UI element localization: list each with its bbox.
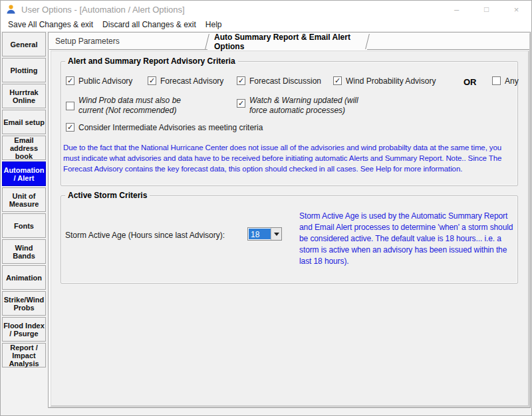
sidebar-item-automation-alert[interactable]: Automation / Alert — [2, 161, 46, 186]
sidebar-item-fonts[interactable]: Fonts — [2, 213, 46, 238]
checkbox-box: ✓ — [237, 99, 245, 108]
checkbox-wind-probability-advisory[interactable]: ✓ Wind Probability Advisory — [333, 76, 436, 86]
advisory-criteria-group: Alert and Summary Report Advisory Criter… — [61, 61, 518, 186]
checkbox-any[interactable]: Any — [492, 76, 519, 86]
checkbox-wind-prob-current[interactable]: Wind Prob data must also be current (Not… — [66, 96, 196, 116]
checkbox-box — [492, 76, 501, 85]
maximize-icon[interactable]: □ — [471, 1, 501, 18]
checkbox-label: Wind Probability Advisory — [346, 76, 436, 86]
checkbox-label: Forecast Discussion — [249, 76, 321, 86]
checkbox-watch-warning-updated[interactable]: ✓ Watch & Warning updated (will force au… — [237, 96, 380, 116]
checkbox-forecast-discussion[interactable]: ✓ Forecast Discussion — [237, 76, 321, 86]
window-title: User Options - [Automation / Alert Optio… — [21, 5, 185, 15]
sidebar-item-flood-index-psurge[interactable]: Flood Index / Psurge — [2, 317, 46, 342]
dropdown-value: 18 — [249, 229, 271, 239]
close-icon[interactable]: × — [501, 1, 531, 18]
checkbox-consider-intermediate[interactable]: ✓ Consider Intermediate Advisories as me… — [66, 123, 263, 132]
sidebar-item-email-setup[interactable]: Email setup — [2, 110, 46, 134]
checkbox-public-advisory[interactable]: ✓ Public Advisory — [66, 76, 132, 86]
sidebar-item-report-impact-analysis[interactable]: Report / Impact Analysis — [2, 343, 46, 367]
advisory-info-text: Due to the fact that the National Hurric… — [63, 142, 517, 174]
sidebar-item-animation[interactable]: Animation — [2, 265, 46, 290]
storm-active-age-dropdown[interactable]: 18 — [247, 227, 282, 241]
checkbox-forecast-advisory[interactable]: ✓ Forecast Advisory — [148, 76, 223, 86]
checkbox-label: Wind Prob data must also be current (Not… — [78, 96, 193, 116]
user-icon — [6, 4, 17, 15]
group-title: Alert and Summary Report Advisory Criter… — [65, 56, 238, 66]
chevron-down-icon — [274, 233, 279, 236]
tab-auto-summary-report[interactable]: Auto Summary Report & Email Alert Option… — [207, 33, 367, 50]
menu-discard-all-changes[interactable]: Discard all Changes & exit — [98, 20, 201, 29]
sidebar-item-hurrtrak-online[interactable]: Hurrtrak Online — [2, 84, 46, 108]
checkbox-box: ✓ — [66, 76, 74, 85]
checkbox-label: Forecast Advisory — [160, 76, 223, 86]
sidebar-item-unit-of-measure[interactable]: Unit of Measure — [2, 187, 46, 212]
window-controls: – □ × — [442, 1, 531, 18]
tabstrip: Setup Parameters Auto Summary Report & E… — [49, 33, 529, 50]
sidebar-item-strike-wind-probs[interactable]: Strike/Wind Probs — [2, 291, 46, 316]
menu-help[interactable]: Help — [201, 20, 227, 29]
tab-setup-parameters[interactable]: Setup Parameters — [49, 33, 207, 49]
checkbox-label: Public Advisory — [78, 76, 132, 86]
minimize-icon[interactable]: – — [442, 1, 471, 18]
main-panel: Setup Parameters Auto Summary Report & E… — [48, 32, 531, 408]
storm-age-info-text: Storm Active Age is used by the Automati… — [299, 211, 520, 267]
checkbox-label: Consider Intermediate Advisories as meet… — [78, 123, 263, 132]
dropdown-button[interactable] — [271, 228, 281, 240]
sidebar: General Plotting Hurrtrak Online Email s… — [2, 32, 46, 369]
active-storm-group: Active Storm Criteris Storm Active Age (… — [61, 195, 518, 284]
sidebar-item-general[interactable]: General — [2, 32, 46, 56]
storm-active-age-label: Storm Active Age (Hours since last Advis… — [65, 231, 225, 240]
checkbox-box: ✓ — [66, 123, 74, 132]
checkbox-box: ✓ — [237, 76, 245, 85]
checkbox-label: Any — [505, 76, 519, 86]
checkbox-box: ✓ — [148, 76, 156, 85]
checkbox-label: Watch & Warning updated (will force auto… — [249, 96, 373, 116]
or-label: OR — [464, 77, 477, 87]
checkbox-box: ✓ — [333, 76, 342, 85]
sidebar-item-plotting[interactable]: Plotting — [2, 58, 46, 82]
sidebar-item-wind-bands[interactable]: Wind Bands — [2, 239, 46, 264]
group-title: Active Storm Criteris — [65, 191, 150, 200]
menubar: Save All Changes & exit Discard all Chan… — [1, 18, 531, 31]
tab-page: Alert and Summary Report Advisory Criter… — [51, 51, 529, 407]
sidebar-item-email-address-book[interactable]: Email address book — [2, 136, 46, 160]
menu-save-all-changes[interactable]: Save All Changes & exit — [3, 20, 98, 29]
user-options-window: User Options - [Automation / Alert Optio… — [0, 0, 532, 416]
checkbox-box — [66, 102, 74, 110]
titlebar: User Options - [Automation / Alert Optio… — [1, 1, 531, 18]
